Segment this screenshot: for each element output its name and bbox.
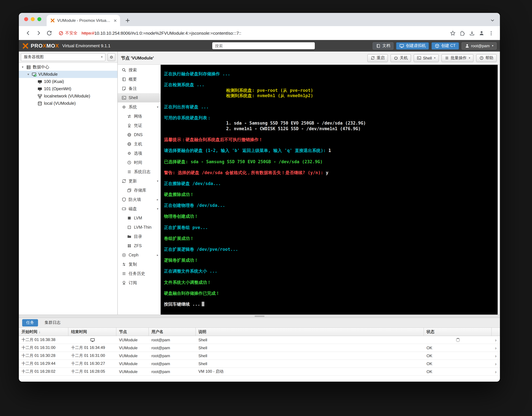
create-vm-button[interactable]: 创建虚拟机	[396, 42, 429, 49]
node-menu-lvm-thin[interactable]: LVM-Thin	[118, 223, 160, 232]
bookmark-star-icon[interactable]	[450, 30, 456, 36]
table-row[interactable]: 十二月 01 16:29:44十二月 01 16:30:27VUModulero…	[19, 360, 500, 368]
browser-menu-icon[interactable]	[488, 30, 494, 36]
zoom-window-button[interactable]	[37, 17, 41, 21]
new-tab-button[interactable]	[125, 18, 131, 23]
tree-settings-button[interactable]	[107, 53, 116, 61]
back-button[interactable]	[25, 30, 31, 36]
tree-item-vm-100[interactable]: 100 (iKuai)	[19, 78, 117, 85]
cert-icon	[127, 123, 132, 128]
table-row[interactable]: 十二月 01 16:38:38VUModuleroot@pamShell›	[19, 336, 500, 344]
tab-cluster-log[interactable]: 集群日志	[41, 319, 65, 326]
node-menu-summary[interactable]: 概要	[118, 75, 160, 84]
node-menu-subscription[interactable]: 订阅	[118, 278, 160, 287]
cell-starttime: 十二月 01 16:38:38	[19, 336, 68, 344]
table-row[interactable]: 十二月 01 16:31:00十二月 01 16:34:49VUModulero…	[19, 344, 500, 352]
node-menu-network[interactable]: 网络	[118, 112, 160, 121]
table-row[interactable]: 十二月 01 16:28:02十二月 01 16:28:05VUModulero…	[19, 368, 500, 376]
tab-tasks[interactable]: 任务	[22, 319, 38, 326]
view-mode-select[interactable]: 服务器视图▾	[21, 53, 106, 61]
column-header-1[interactable]: 结束时间	[68, 328, 116, 336]
resource-tree: ▾数据中心▾VUModule100 (iKuai)101 (OpenWrt)lo…	[19, 63, 117, 315]
tree-item-node-vumodule[interactable]: ▾VUModule	[19, 71, 117, 78]
row-expand-chevron[interactable]: ›	[492, 368, 500, 375]
node-menu-notes[interactable]: 备注	[118, 84, 160, 93]
reload-button[interactable]	[46, 30, 52, 36]
node-menu-directory[interactable]: 目录	[118, 232, 160, 241]
browser-tab[interactable]: VUModule - Proxmox Virtual Environment	[47, 15, 120, 26]
tree-item-storage-local[interactable]: local (VUModule)	[19, 100, 117, 107]
tree-item-datacenter[interactable]: ▾数据中心	[19, 63, 117, 71]
node-menu-updates[interactable]: 更新▾	[118, 176, 160, 186]
minimize-window-button[interactable]	[31, 17, 35, 21]
node-menu-time[interactable]: 时间	[118, 158, 160, 167]
address-bar[interactable]: https://10.10.10.254:8006/#v1:0:=node%2F…	[81, 30, 445, 36]
cell-user: root@pam	[149, 368, 196, 375]
tab-close-icon[interactable]	[113, 18, 117, 23]
node-menu-dns[interactable]: DNS	[118, 130, 160, 139]
tree-item-vm-101[interactable]: 101 (OpenWrt)	[19, 85, 117, 93]
column-header-4[interactable]: 说明	[196, 328, 424, 336]
close-window-button[interactable]	[24, 17, 28, 21]
cell-endtime: 十二月 01 16:30:27	[68, 360, 116, 368]
extensions-icon[interactable]	[460, 30, 465, 36]
terminal[interactable]: 正在执行融合硬盘到存储操作 ... 正在检测系统盘 ... 检测到系统盘: pv…	[161, 65, 498, 315]
splitter-grip[interactable]	[254, 316, 264, 317]
node-menu-hosts[interactable]: 主机	[118, 139, 160, 149]
caret-down-icon: ▾	[434, 57, 435, 59]
security-badge[interactable]: 不安全	[58, 30, 77, 36]
column-header-3[interactable]: 用户名	[149, 328, 196, 336]
node-menu-search[interactable]: 搜索	[118, 66, 160, 75]
listlines-icon	[445, 56, 449, 60]
row-expand-chevron[interactable]: ›	[492, 360, 500, 368]
restart-button[interactable]: 重启	[368, 54, 388, 62]
column-header-0[interactable]: 开始时间↓	[19, 328, 68, 336]
forward-button[interactable]	[36, 30, 42, 36]
column-header-2[interactable]: 节点	[116, 328, 149, 336]
node-menu-system[interactable]: 系统▾	[118, 103, 160, 112]
task-grid-header: 开始时间↓结束时间节点用户名说明状态	[19, 328, 500, 336]
node-menu-zfs[interactable]: ZFS	[118, 241, 160, 250]
row-expand-chevron[interactable]: ›	[492, 336, 500, 344]
tab-search-chevron-icon[interactable]	[490, 18, 495, 23]
menu-item-label: 主机	[134, 141, 142, 147]
downloads-icon[interactable]	[469, 30, 475, 36]
tree-expand-icon[interactable]: ▾	[27, 73, 30, 76]
table-row[interactable]: 十二月 01 16:30:28十二月 01 16:31:00VUModulero…	[19, 352, 500, 360]
node-menu-repositories[interactable]: 存储库	[118, 186, 160, 195]
bulk-actions-button[interactable]: 批量操作▾	[441, 54, 474, 62]
documentation-button[interactable]: 文档	[373, 42, 394, 49]
shell-icon	[122, 95, 126, 100]
panel-splitter[interactable]	[19, 315, 500, 318]
column-header-5[interactable]: 状态	[424, 328, 492, 336]
caret-down-icon: ▾	[157, 180, 158, 183]
task-table-body: 十二月 01 16:38:38VUModuleroot@pamShell›十二月…	[19, 336, 500, 382]
node-menu-firewall[interactable]: 防火墙▸	[118, 195, 160, 204]
node-menu-task-history[interactable]: 任务历史	[118, 269, 160, 278]
page-title: 节点 'VUModule'	[121, 55, 154, 61]
node-menu-disks[interactable]: 磁盘▾	[118, 204, 160, 213]
node-menu-certificates[interactable]: 凭证	[118, 121, 160, 130]
row-expand-chevron[interactable]: ›	[492, 344, 500, 351]
node-menu-shell[interactable]: Shell	[118, 93, 160, 103]
cell-user: root@pam	[149, 336, 196, 344]
user-menu-button[interactable]: root@pam▾	[462, 42, 497, 49]
node-menu-syslog[interactable]: 系统日志	[118, 167, 160, 176]
shell-icon	[417, 56, 421, 60]
row-expand-chevron[interactable]: ›	[492, 352, 500, 359]
node-menu-lvm[interactable]: LVM	[118, 213, 160, 223]
search-input[interactable]	[215, 43, 312, 48]
create-ct-button[interactable]: 创建 CT	[432, 42, 459, 49]
node-menu-replication[interactable]: 复制	[118, 260, 160, 269]
global-search[interactable]	[212, 42, 315, 49]
shutdown-button[interactable]: 关机	[391, 54, 411, 62]
cube-icon	[435, 43, 440, 48]
profile-icon[interactable]	[479, 30, 484, 36]
tree-item-sdn-localnetwork[interactable]: localnetwork (VUModule)	[19, 93, 117, 100]
help-button[interactable]: ?帮助	[476, 54, 497, 62]
shell-button[interactable]: Shell▾	[414, 54, 439, 62]
cell-node: VUModule	[116, 360, 149, 368]
node-menu-ceph[interactable]: Ceph▸	[118, 250, 160, 260]
tree-expand-icon[interactable]: ▾	[21, 66, 24, 69]
node-menu-options[interactable]: 选项	[118, 149, 160, 158]
